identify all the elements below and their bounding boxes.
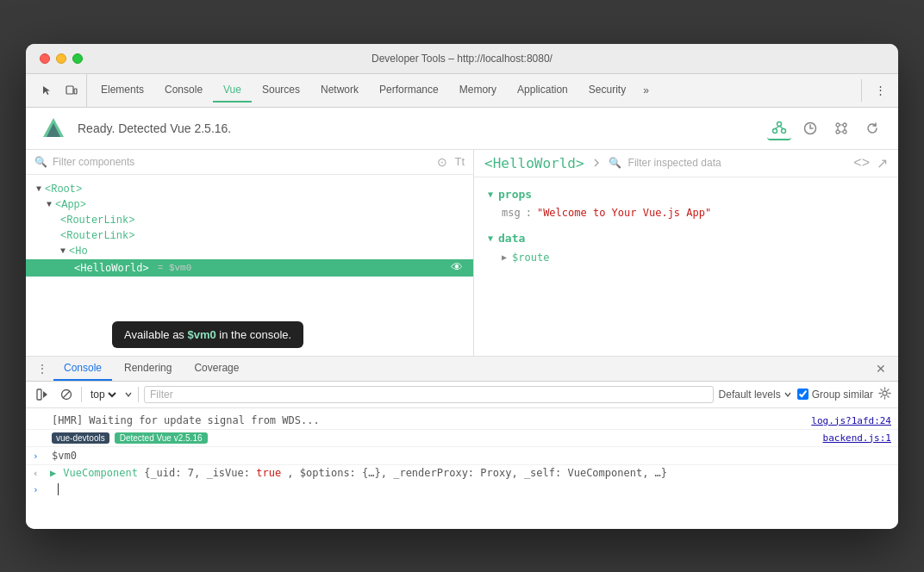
minimize-button[interactable] [56,53,66,64]
left-panel: 🔍 ⊙ Tt ▼ <Root> ▼ <App> [26,150,474,356]
svg-marker-19 [43,391,47,398]
vuex-icon[interactable] [829,116,853,140]
svg-rect-18 [37,389,41,400]
component-tree: ▼ <Root> ▼ <App> <RouterLink> <RouterLin… [26,175,473,356]
device-icon[interactable] [60,79,83,102]
vue-header: Ready. Detected Vue 2.5.16. [26,108,898,150]
prop-key-msg: msg [502,207,521,219]
svg-line-7 [775,126,779,128]
tab-sources[interactable]: Sources [252,78,310,103]
tree-item-helloworld[interactable]: <HelloWorld> = $vm0 👁 [26,259,473,277]
tab-performance[interactable]: Performance [369,78,449,103]
prop-value-msg: "Welcome to Your Vue.js App" [537,207,711,219]
tree-item-routerlink-2[interactable]: <RouterLink> [26,228,473,244]
data-title: data [498,232,525,245]
tree-tag: <App> [55,199,86,211]
log-file-link[interactable]: log.js?1afd:24 [811,415,891,426]
tree-item-ho[interactable]: ▼ <Ho [26,244,473,259]
console-menu-icon[interactable]: ⋮ [33,357,52,381]
console-line-hmr: [HMR] Waiting for update signal from WDS… [26,412,898,430]
code-icon[interactable]: <> [853,155,870,171]
traffic-lights [40,53,83,64]
tree-item-root[interactable]: ▼ <Root> [26,182,473,197]
console-close-button[interactable]: ✕ [871,357,891,381]
maximize-button[interactable] [72,53,83,64]
tooltip: Available as $vm0 in the console. [112,321,303,348]
run-icon[interactable] [33,385,52,404]
filter-option-icon[interactable]: ⊙ [437,155,447,169]
tab-network[interactable]: Network [310,78,369,103]
right-panel: <HelloWorld> 🔍 <> ↗ ▼ props msg [474,150,898,356]
toolbar-right-icons: ⋮ [861,79,891,102]
svg-rect-1 [74,89,77,94]
filter-components-input[interactable] [53,156,432,168]
data-section-header[interactable]: ▼ data [474,228,898,248]
sort-icon[interactable]: Tt [454,155,465,168]
separator2 [138,387,139,402]
block-icon[interactable] [57,385,76,404]
tab-security[interactable]: Security [578,78,636,103]
tab-console[interactable]: Console [154,78,213,103]
search-icon-right: 🔍 [609,157,621,169]
tab-elements[interactable]: Elements [91,78,154,103]
vue-header-icons [767,116,884,140]
tree-item-app[interactable]: ▼ <App> [26,197,473,213]
tree-item-routerlink-1[interactable]: <RouterLink> [26,213,473,228]
console-line-badge: vue-devtools Detected Vue v2.5.16 backen… [26,430,898,447]
settings-icon[interactable]: ⋮ [869,79,891,102]
eye-icon: 👁 [451,261,463,275]
devtools-window: Developer Tools – http://localhost:8080/… [26,44,898,529]
component-tree-icon[interactable] [767,116,791,140]
console-filter-input[interactable] [144,386,714,403]
cursor-input [52,483,59,495]
hmr-text: [HMR] Waiting for update signal from WDS… [52,414,804,426]
svg-point-13 [843,130,846,134]
settings-gear-icon[interactable] [878,387,891,402]
default-levels-button[interactable]: Default levels [719,389,792,401]
cursor-icon[interactable] [36,79,59,102]
svg-point-22 [883,391,887,395]
route-key: $route [512,252,549,264]
filter-inspected-input[interactable] [628,157,847,169]
svg-point-12 [836,130,840,134]
tab-console-panel[interactable]: Console [53,357,112,381]
search-icon: 🔍 [34,156,47,168]
group-similar-checkbox[interactable]: Group similar [797,389,873,401]
tab-memory[interactable]: Memory [449,78,507,103]
vm-badge: = $vm0 [158,263,192,273]
backend-file-link[interactable]: backend.js:1 [823,432,891,444]
tree-arrow: ▼ [36,184,41,194]
filter-actions: ⊙ Tt [437,155,465,169]
tree-tag: <RouterLink> [60,230,134,242]
refresh-icon[interactable] [860,116,884,140]
dropdown-arrow-icon [124,390,133,399]
expand-caret[interactable]: ▶ [50,467,56,479]
console-area: ⋮ Console Rendering Coverage ✕ [26,357,898,529]
route-row[interactable]: ▶ $route [474,248,898,267]
title-bar: Developer Tools – http://localhost:8080/ [26,44,898,74]
main-content: 🔍 ⊙ Tt ▼ <Root> ▼ <App> [26,150,898,357]
tree-tag: <RouterLink> [60,214,134,227]
tab-vue[interactable]: Vue [213,78,252,103]
tab-coverage[interactable]: Coverage [184,357,249,381]
group-similar-input[interactable] [797,389,808,400]
component-title: <HelloWorld> [484,155,584,171]
separator [81,387,82,402]
svg-line-21 [63,391,70,398]
console-line-output: ‹ ▶ VueComponent {_uid: 7, _isVue: true … [26,465,898,481]
more-tabs-button[interactable]: » [636,79,656,102]
props-section-header[interactable]: ▼ props [474,184,898,204]
svg-point-11 [843,123,846,127]
context-select[interactable]: top [87,388,119,401]
expand-arrow: ▼ [488,233,493,243]
tab-rendering[interactable]: Rendering [114,357,182,381]
console-line-cursor[interactable]: › [26,481,898,498]
toolbar-nav-icons [33,74,87,107]
prompt-icon-2: › [33,484,45,495]
caret-icon: ▶ [502,252,507,262]
close-button[interactable] [40,53,50,64]
levels-dropdown-icon [784,390,792,399]
history-icon[interactable] [798,116,822,140]
tab-application[interactable]: Application [507,78,578,103]
open-external-icon[interactable]: ↗ [877,155,888,171]
